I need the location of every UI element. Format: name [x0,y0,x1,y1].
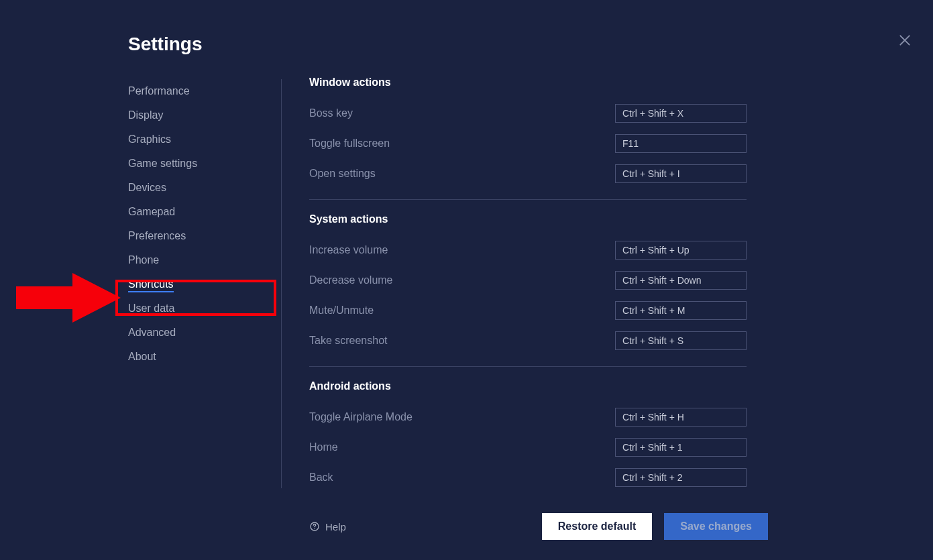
shortcut-label: Home [309,441,338,453]
shortcut-input[interactable]: F11 [615,134,747,153]
sidebar-item-devices[interactable]: Devices [128,176,281,200]
sidebar-item-label: Game settings [128,158,197,169]
restore-default-button[interactable]: Restore default [542,513,652,540]
shortcut-label: Increase volume [309,244,388,256]
sidebar-item-label: User data [128,302,174,314]
sidebar-item-display[interactable]: Display [128,103,281,127]
sidebar-item-label: Performance [128,85,190,97]
shortcut-row: Boss keyCtrl + Shift + X [309,98,747,128]
sidebar-item-label: Gamepad [128,206,175,217]
sidebar-item-label: Preferences [128,230,186,241]
sidebar-item-label: Display [128,109,163,121]
sidebar-item-user-data[interactable]: User data [128,296,281,321]
section-title: System actions [309,213,747,225]
shortcut-row: Open settingsCtrl + Shift + I [309,158,747,188]
help-label: Help [325,521,346,533]
shortcut-label: Toggle Airplane Mode [309,411,413,423]
shortcut-input[interactable]: Ctrl + Shift + I [615,164,747,183]
sidebar-item-game-settings[interactable]: Game settings [128,152,281,176]
sidebar-item-preferences[interactable]: Preferences [128,224,281,248]
shortcut-row: Mute/UnmuteCtrl + Shift + M [309,295,747,325]
sidebar-item-advanced[interactable]: Advanced [128,321,281,345]
shortcut-row: Decrease volumeCtrl + Shift + Down [309,265,747,295]
svg-point-1 [314,528,315,528]
shortcut-label: Mute/Unmute [309,304,374,317]
close-button[interactable] [898,34,914,50]
shortcut-label: Take screenshot [309,335,388,347]
shortcut-row: Toggle Airplane ModeCtrl + Shift + H [309,402,747,432]
sidebar-item-label: Devices [128,182,166,193]
settings-sidebar: PerformanceDisplayGraphicsGame settingsD… [128,79,281,369]
shortcut-input[interactable]: Ctrl + Shift + M [615,301,747,320]
shortcut-label: Back [309,471,333,484]
section-title: Android actions [309,380,747,392]
shortcut-row: Toggle fullscreenF11 [309,128,747,158]
svg-marker-2 [16,273,121,323]
help-icon [309,521,320,532]
shortcut-input[interactable]: Ctrl + Shift + Up [615,241,747,260]
shortcut-input[interactable]: Ctrl + Shift + 2 [615,468,747,487]
sidebar-item-label: About [128,351,156,362]
shortcut-label: Toggle fullscreen [309,137,390,150]
shortcut-row: HomeCtrl + Shift + 1 [309,432,747,462]
sidebar-item-graphics[interactable]: Graphics [128,127,281,152]
shortcut-row: Increase volumeCtrl + Shift + Up [309,235,747,265]
close-icon [898,34,912,47]
shortcut-label: Decrease volume [309,274,393,286]
shortcut-input[interactable]: Ctrl + Shift + 1 [615,438,747,457]
sidebar-item-label: Phone [128,254,159,266]
section-title: Window actions [309,76,747,89]
sidebar-item-about[interactable]: About [128,345,281,369]
sidebar-item-shortcuts[interactable]: Shortcuts [128,272,281,296]
annotation-arrow [8,264,121,332]
page-title: Settings [128,34,202,55]
sidebar-item-gamepad[interactable]: Gamepad [128,200,281,224]
help-link[interactable]: Help [309,521,346,533]
shortcut-label: Boss key [309,107,353,119]
save-changes-button[interactable]: Save changes [664,513,768,540]
footer-bar: Help Restore default Save changes [309,513,768,540]
sidebar-item-label: Advanced [128,327,176,338]
sidebar-item-performance[interactable]: Performance [128,79,281,103]
shortcut-input[interactable]: Ctrl + Shift + X [615,104,747,123]
shortcut-label: Open settings [309,168,376,180]
vertical-divider [281,79,282,488]
shortcut-input[interactable]: Ctrl + Shift + Down [615,271,747,290]
sidebar-item-label: Graphics [128,133,171,145]
sidebar-item-phone[interactable]: Phone [128,248,281,272]
sidebar-item-label: Shortcuts [128,278,174,292]
shortcut-row: Take screenshotCtrl + Shift + S [309,325,747,355]
section-divider [309,199,747,200]
shortcut-input[interactable]: Ctrl + Shift + S [615,331,747,350]
shortcut-input[interactable]: Ctrl + Shift + H [615,408,747,427]
shortcuts-panel: Window actionsBoss keyCtrl + Shift + XTo… [309,76,747,490]
shortcut-row: BackCtrl + Shift + 2 [309,462,747,490]
section-divider [309,366,747,367]
